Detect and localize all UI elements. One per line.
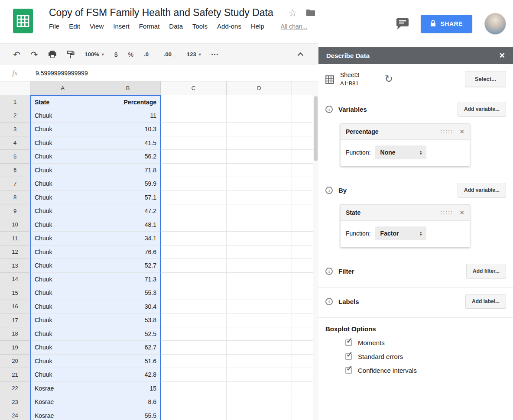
cell-A10[interactable]: Chuuk [30,218,95,232]
cell-D18[interactable] [227,327,292,341]
row-header-16[interactable]: 16 [0,300,30,314]
cell-A8[interactable]: Chuuk [30,191,95,205]
close-icon[interactable]: ✕ [499,51,505,60]
format-currency-button[interactable]: $ [114,52,118,58]
row-header-6[interactable]: 6 [0,164,30,178]
row-header-10[interactable]: 10 [0,218,30,232]
menu-edit[interactable]: Edit [69,23,80,30]
formula-input[interactable]: 9.59999999999999 [30,70,318,77]
cell-B22[interactable]: 15 [95,382,161,396]
column-header-c[interactable]: C [161,81,227,95]
cell-A20[interactable]: Chuuk [30,355,95,368]
cell-C19[interactable] [161,341,227,355]
close-icon[interactable]: ✕ [459,209,464,216]
row-header-18[interactable]: 18 [0,327,30,341]
cell-A4[interactable]: Chuuk [30,136,95,150]
cell-B2[interactable]: 11 [95,109,161,123]
cell-B12[interactable]: 76.6 [95,246,161,259]
refresh-icon[interactable]: ↻ [384,74,393,84]
cell-A5[interactable]: Chuuk [30,150,95,164]
cell-B9[interactable]: 47.2 [95,204,161,218]
cell-D21[interactable] [227,368,292,382]
add-variable-button[interactable]: Add variable... [458,102,506,116]
cell-A24[interactable]: Kosrae [30,409,95,420]
cell-D12[interactable] [227,246,292,259]
menu-format[interactable]: Format [139,23,160,30]
cell-C22[interactable] [161,382,227,396]
cell-B8[interactable]: 57.1 [95,191,161,205]
cell-A1[interactable]: State [30,95,95,109]
info-icon[interactable]: i [325,298,333,305]
cell-A17[interactable]: Chuuk [30,313,95,327]
column-header-b[interactable]: B [95,81,161,95]
cell-A14[interactable]: Chuuk [30,273,95,287]
menu-insert[interactable]: Insert [113,23,130,30]
format-percent-button[interactable]: % [128,52,133,58]
info-icon[interactable]: i [325,268,333,275]
cell-B15[interactable]: 55.3 [95,286,161,300]
cell-D10[interactable] [227,218,292,232]
cell-A6[interactable]: Chuuk [30,164,95,178]
column-header-e[interactable] [292,81,318,95]
select-all-corner[interactable] [0,81,30,95]
menu-file[interactable]: File [49,23,59,30]
cell-C14[interactable] [161,273,227,287]
cell-D24[interactable] [227,409,292,420]
cell-C2[interactable] [161,109,227,123]
menu-tools[interactable]: Tools [192,23,208,30]
cell-D6[interactable] [227,164,292,178]
scrollbar-thumb[interactable] [314,96,318,161]
folder-icon[interactable] [306,9,315,16]
vertical-scrollbar[interactable] [313,95,318,420]
undo-button[interactable]: ↶ [13,50,20,59]
cell-C20[interactable] [161,355,227,368]
comment-icon[interactable] [396,18,409,30]
menu-view[interactable]: View [90,23,104,30]
column-header-a[interactable]: A [30,81,95,95]
cell-C13[interactable] [161,259,227,273]
cell-C9[interactable] [161,204,227,218]
cell-D20[interactable] [227,355,292,368]
cell-C6[interactable] [161,164,227,178]
cell-B24[interactable]: 55.5 [95,409,161,420]
cell-D1[interactable] [227,95,292,109]
cell-B23[interactable]: 8.6 [95,395,161,409]
cell-D7[interactable] [227,177,292,191]
add-by-variable-button[interactable]: Add variable... [458,183,506,197]
cell-A12[interactable]: Chuuk [30,246,95,259]
cell-D2[interactable] [227,109,292,123]
drag-handle-icon[interactable]: ::::: [440,210,453,216]
avatar[interactable] [484,13,506,35]
cell-B14[interactable]: 71.3 [95,273,161,287]
cell-D3[interactable] [227,123,292,136]
cell-B7[interactable]: 59.9 [95,177,161,191]
sheets-logo-icon[interactable] [13,9,33,33]
cell-B19[interactable]: 62.7 [95,341,161,355]
info-icon[interactable]: i [325,106,333,113]
cell-A21[interactable]: Chuuk [30,368,95,382]
cell-A16[interactable]: Chuuk [30,300,95,314]
menu-help[interactable]: Help [251,23,264,30]
column-header-d[interactable]: D [227,81,292,95]
cell-D8[interactable] [227,191,292,205]
row-header-13[interactable]: 13 [0,259,30,273]
cell-B20[interactable]: 51.6 [95,355,161,368]
row-header-8[interactable]: 8 [0,191,30,205]
cell-D22[interactable] [227,382,292,396]
cell-B17[interactable]: 53.8 [95,313,161,327]
cell-B18[interactable]: 52.5 [95,327,161,341]
cell-A18[interactable]: Chuuk [30,327,95,341]
row-header-14[interactable]: 14 [0,273,30,287]
cell-A11[interactable]: Chuuk [30,232,95,246]
cell-B1[interactable]: Percentage [95,95,161,109]
row-header-12[interactable]: 12 [0,246,30,259]
cell-C24[interactable] [161,409,227,420]
add-label-button[interactable]: Add label... [465,294,506,309]
cell-C23[interactable] [161,395,227,409]
cell-A3[interactable]: Chuuk [30,123,95,136]
row-header-7[interactable]: 7 [0,177,30,191]
row-header-20[interactable]: 20 [0,355,30,368]
row-header-23[interactable]: 23 [0,395,30,409]
cell-D23[interactable] [227,395,292,409]
row-header-15[interactable]: 15 [0,286,30,300]
